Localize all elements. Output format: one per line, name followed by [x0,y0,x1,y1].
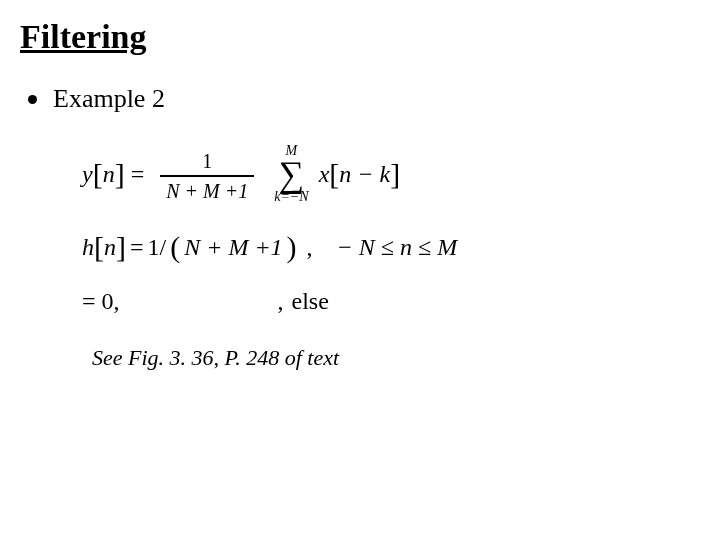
equation-3: = 0, , else [82,288,700,315]
equals-sign: = [130,234,144,261]
sigma-icon: ∑ [279,158,305,190]
one-over: 1/ [148,234,167,261]
equals-sign: = [131,161,145,188]
x-of-n-minus-k: x [ n − k ] [319,159,401,189]
right-bracket-icon: ] [390,159,400,189]
else-label: else [292,288,329,315]
bullet-item: Example 2 [28,84,700,114]
footnote-reference: See Fig. 3. 36, P. 248 of text [92,345,700,371]
right-bracket-icon: ] [116,232,126,262]
right-paren-icon: ) [287,232,297,262]
left-bracket-icon: [ [93,159,103,189]
sum-lower-limit: k=−N [274,190,308,204]
paren-inside: N + M +1 [184,234,282,261]
var-h: h [82,234,94,261]
equation-1: y [ n ] = 1 N + M +1 M ∑ k=−N x [ n − k … [82,144,700,204]
left-bracket-icon: [ [94,232,104,262]
var-n: n [104,234,116,261]
equals-zero: = 0, [82,288,120,315]
right-bracket-icon: ] [115,159,125,189]
sum-argument: n − k [339,161,390,188]
left-paren-icon: ( [170,232,180,262]
bullet-dot-icon [28,95,37,104]
fraction-numerator: 1 [196,147,218,175]
equation-2: h [ n ] = 1/ ( N + M +1 ) , − N ≤ n ≤ M [82,232,700,262]
var-x: x [319,161,330,188]
slide-title: Filtering [20,18,700,56]
comma: , [278,288,284,315]
range-condition: − N ≤ n ≤ M [337,234,458,261]
var-n: n [103,161,115,188]
fraction-denominator: N + M +1 [160,177,254,205]
math-block: y [ n ] = 1 N + M +1 M ∑ k=−N x [ n − k … [82,144,700,315]
h-of-n: h [ n ] [82,232,126,262]
summation: M ∑ k=−N [274,144,308,204]
fraction: 1 N + M +1 [160,147,254,205]
left-bracket-icon: [ [329,159,339,189]
comma: , [307,234,313,261]
y-of-n: y [ n ] [82,159,125,189]
bullet-label: Example 2 [53,84,165,114]
var-y: y [82,161,93,188]
